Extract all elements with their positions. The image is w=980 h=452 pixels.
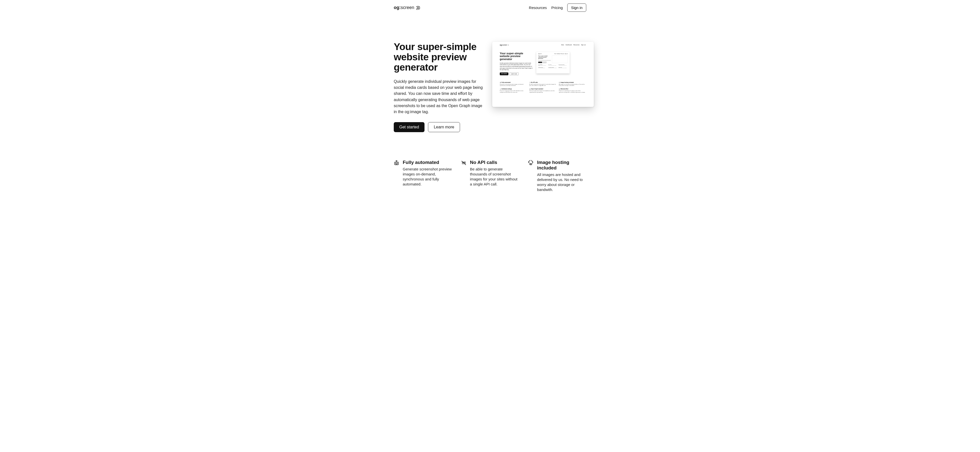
preview-headline: Your super-simple website preview genera… [500, 52, 533, 61]
preview-nested-card: og:screen SitesDashboardResourcesSign ou… [536, 52, 570, 73]
nav-right: Resources Pricing Sign in [529, 3, 586, 12]
logo[interactable]: og:screen [394, 5, 420, 10]
svg-point-5 [500, 89, 501, 89]
settings-icon [500, 89, 501, 89]
open-graph-icon [529, 89, 530, 89]
preview-nav-dashboard: Dashboard [565, 44, 572, 46]
svg-rect-8 [395, 162, 398, 165]
svg-point-10 [397, 163, 398, 163]
preview-sub: Quickly generate individual preview imag… [500, 62, 533, 70]
svg-rect-6 [530, 89, 530, 89]
no-api-icon [529, 82, 530, 83]
camera-code-icon [508, 44, 509, 46]
top-nav: og:screen Resources Pricing Sign in [394, 0, 586, 15]
no-api-icon [461, 160, 466, 167]
nav-resources[interactable]: Resources [529, 5, 547, 10]
feature-fully-automated: Fully automated Generate screenshot prev… [394, 160, 452, 192]
minimal-icon [559, 89, 560, 89]
feature-desc: All images are hosted and delivered by u… [537, 172, 586, 192]
camera-code-icon [416, 5, 420, 10]
cta-row: Get started Learn more [394, 122, 485, 132]
features-section: Fully automated Generate screenshot prev… [394, 160, 586, 192]
nav-pricing[interactable]: Pricing [551, 5, 563, 10]
hero-subtitle: Quickly generate individual preview imag… [394, 78, 485, 115]
cloud-server-icon [528, 160, 533, 167]
feature-title: No API calls [470, 160, 519, 165]
feature-desc: Generate screenshot preview images on-de… [403, 167, 452, 187]
svg-point-0 [417, 7, 419, 8]
preview-card: og:screen Sites Dashboard Resources Sign… [492, 42, 594, 107]
signin-button[interactable]: Sign in [567, 3, 586, 12]
preview-nav-resources: Resources [573, 44, 579, 46]
preview-nav-sites: Sites [561, 44, 564, 46]
feature-desc: Be able to generate thousands of screens… [470, 167, 519, 187]
feature-title: Image hosting included [537, 160, 586, 171]
feature-title: Fully automated [403, 160, 452, 165]
feature-no-api-calls: No API calls Be able to generate thousan… [461, 160, 519, 192]
svg-point-9 [396, 163, 396, 163]
preview-learn-more: Learn more [509, 73, 519, 75]
get-started-button[interactable]: Get started [394, 122, 425, 132]
feature-image-hosting: Image hosting included All images are ho… [528, 160, 586, 192]
preview-nav-signout: Sign out [581, 44, 586, 46]
robot-icon [394, 160, 399, 167]
robot-icon [500, 82, 501, 83]
learn-more-button[interactable]: Learn more [428, 122, 460, 132]
page-title: Your super-simple website preview genera… [394, 42, 485, 73]
cloud-icon [559, 82, 560, 83]
hero-copy: Your super-simple website preview genera… [394, 42, 485, 132]
preview-get-started: Get started [500, 73, 509, 75]
preview-inner: og:screen Sites Dashboard Resources Sign… [492, 42, 593, 96]
hero-section: Your super-simple website preview genera… [394, 42, 586, 132]
